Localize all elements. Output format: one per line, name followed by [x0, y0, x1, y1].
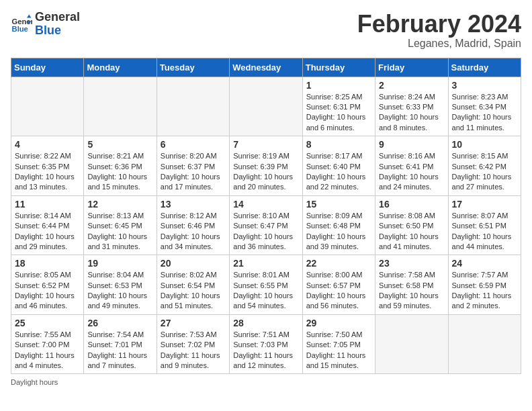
- day-info: Sunrise: 8:02 AM Sunset: 6:54 PM Dayligh…: [161, 270, 226, 312]
- week-row-2: 4Sunrise: 8:22 AM Sunset: 6:35 PM Daylig…: [11, 136, 521, 196]
- day-info: Sunrise: 8:04 AM Sunset: 6:53 PM Dayligh…: [87, 270, 152, 312]
- day-info: Sunrise: 7:58 AM Sunset: 6:58 PM Dayligh…: [379, 270, 444, 312]
- day-number: 10: [452, 139, 517, 150]
- day-number: 21: [233, 258, 298, 269]
- day-info: Sunrise: 7:53 AM Sunset: 7:02 PM Dayligh…: [161, 330, 226, 371]
- calendar-cell: 2Sunrise: 8:24 AM Sunset: 6:33 PM Daylig…: [375, 77, 448, 136]
- weekday-header-tuesday: Tuesday: [157, 58, 229, 77]
- logo-blue-text: Blue: [35, 24, 80, 38]
- calendar-cell: [157, 77, 229, 136]
- calendar-cell: 7Sunrise: 8:19 AM Sunset: 6:39 PM Daylig…: [230, 136, 302, 196]
- day-number: 23: [379, 258, 444, 269]
- calendar-cell: 6Sunrise: 8:20 AM Sunset: 6:37 PM Daylig…: [157, 136, 229, 196]
- weekday-header-monday: Monday: [84, 58, 157, 77]
- day-number: 11: [15, 199, 80, 210]
- calendar-cell: 5Sunrise: 8:21 AM Sunset: 6:36 PM Daylig…: [84, 136, 157, 196]
- day-info: Sunrise: 7:57 AM Sunset: 6:59 PM Dayligh…: [452, 270, 517, 312]
- calendar-cell: 3Sunrise: 8:23 AM Sunset: 6:34 PM Daylig…: [448, 77, 521, 136]
- calendar-cell: 24Sunrise: 7:57 AM Sunset: 6:59 PM Dayli…: [448, 255, 521, 315]
- weekday-header-thursday: Thursday: [302, 58, 375, 77]
- calendar-cell: 1Sunrise: 8:25 AM Sunset: 6:31 PM Daylig…: [302, 77, 375, 136]
- week-row-1: 1Sunrise: 8:25 AM Sunset: 6:31 PM Daylig…: [11, 77, 521, 136]
- calendar-cell: 13Sunrise: 8:12 AM Sunset: 6:46 PM Dayli…: [157, 195, 229, 255]
- calendar-cell: 16Sunrise: 8:08 AM Sunset: 6:50 PM Dayli…: [375, 195, 448, 255]
- calendar-cell: 14Sunrise: 8:10 AM Sunset: 6:47 PM Dayli…: [230, 195, 302, 255]
- calendar-cell: [230, 77, 302, 136]
- day-info: Sunrise: 8:15 AM Sunset: 6:42 PM Dayligh…: [452, 151, 517, 193]
- day-info: Sunrise: 8:14 AM Sunset: 6:44 PM Dayligh…: [15, 211, 80, 253]
- logo-icon: General Blue: [11, 13, 32, 35]
- day-info: Sunrise: 8:19 AM Sunset: 6:39 PM Dayligh…: [233, 151, 298, 193]
- day-info: Sunrise: 8:22 AM Sunset: 6:35 PM Dayligh…: [15, 151, 80, 193]
- day-number: 2: [379, 80, 444, 91]
- day-number: 1: [306, 80, 371, 91]
- calendar-cell: 25Sunrise: 7:55 AM Sunset: 7:00 PM Dayli…: [11, 314, 84, 374]
- calendar-cell: 23Sunrise: 7:58 AM Sunset: 6:58 PM Dayli…: [375, 255, 448, 315]
- day-info: Sunrise: 8:12 AM Sunset: 6:46 PM Dayligh…: [161, 211, 226, 253]
- day-number: 8: [306, 139, 371, 150]
- day-number: 9: [379, 139, 444, 150]
- day-info: Sunrise: 8:21 AM Sunset: 6:36 PM Dayligh…: [87, 151, 152, 193]
- calendar-cell: [84, 77, 157, 136]
- day-number: 6: [161, 139, 226, 150]
- day-number: 24: [452, 258, 517, 269]
- day-number: 22: [306, 258, 371, 269]
- calendar-cell: 4Sunrise: 8:22 AM Sunset: 6:35 PM Daylig…: [11, 136, 84, 196]
- weekday-header-wednesday: Wednesday: [230, 58, 302, 77]
- day-info: Sunrise: 8:10 AM Sunset: 6:47 PM Dayligh…: [233, 211, 298, 253]
- day-number: 19: [87, 258, 152, 269]
- day-info: Sunrise: 8:25 AM Sunset: 6:31 PM Dayligh…: [306, 92, 371, 134]
- weekday-header-sunday: Sunday: [11, 58, 84, 77]
- week-row-5: 25Sunrise: 7:55 AM Sunset: 7:00 PM Dayli…: [11, 314, 521, 374]
- calendar-cell: 18Sunrise: 8:05 AM Sunset: 6:52 PM Dayli…: [11, 255, 84, 315]
- day-info: Sunrise: 8:01 AM Sunset: 6:55 PM Dayligh…: [233, 270, 298, 312]
- calendar-cell: 8Sunrise: 8:17 AM Sunset: 6:40 PM Daylig…: [302, 136, 375, 196]
- day-number: 12: [87, 199, 152, 210]
- calendar-cell: [448, 314, 521, 374]
- calendar-cell: 12Sunrise: 8:13 AM Sunset: 6:45 PM Dayli…: [84, 195, 157, 255]
- day-info: Sunrise: 7:54 AM Sunset: 7:01 PM Dayligh…: [87, 330, 152, 371]
- calendar-cell: 11Sunrise: 8:14 AM Sunset: 6:44 PM Dayli…: [11, 195, 84, 255]
- calendar-cell: 20Sunrise: 8:02 AM Sunset: 6:54 PM Dayli…: [157, 255, 229, 315]
- day-info: Sunrise: 8:07 AM Sunset: 6:51 PM Dayligh…: [452, 211, 517, 253]
- page-header: General Blue General Blue February 2024 …: [11, 11, 521, 50]
- logo-general-text: General: [35, 11, 80, 24]
- calendar-cell: 9Sunrise: 8:16 AM Sunset: 6:41 PM Daylig…: [375, 136, 448, 196]
- day-number: 14: [233, 199, 298, 210]
- calendar-cell: 28Sunrise: 7:51 AM Sunset: 7:03 PM Dayli…: [230, 314, 302, 374]
- calendar-cell: 21Sunrise: 8:01 AM Sunset: 6:55 PM Dayli…: [230, 255, 302, 315]
- calendar-cell: 22Sunrise: 8:00 AM Sunset: 6:57 PM Dayli…: [302, 255, 375, 315]
- day-number: 3: [452, 80, 517, 91]
- day-info: Sunrise: 7:50 AM Sunset: 7:05 PM Dayligh…: [306, 330, 371, 371]
- day-number: 25: [15, 318, 80, 328]
- svg-text:Blue: Blue: [12, 25, 28, 33]
- day-number: 16: [379, 199, 444, 210]
- day-number: 4: [15, 139, 80, 150]
- calendar-cell: 10Sunrise: 8:15 AM Sunset: 6:42 PM Dayli…: [448, 136, 521, 196]
- day-info: Sunrise: 8:24 AM Sunset: 6:33 PM Dayligh…: [379, 92, 444, 134]
- footer: Daylight hours: [11, 378, 521, 386]
- calendar-cell: 26Sunrise: 7:54 AM Sunset: 7:01 PM Dayli…: [84, 314, 157, 374]
- day-info: Sunrise: 8:00 AM Sunset: 6:57 PM Dayligh…: [306, 270, 371, 312]
- calendar-cell: [11, 77, 84, 136]
- day-info: Sunrise: 8:05 AM Sunset: 6:52 PM Dayligh…: [15, 270, 80, 312]
- logo: General Blue General Blue: [11, 11, 80, 38]
- calendar-cell: 19Sunrise: 8:04 AM Sunset: 6:53 PM Dayli…: [84, 255, 157, 315]
- day-info: Sunrise: 8:13 AM Sunset: 6:45 PM Dayligh…: [87, 211, 152, 253]
- day-info: Sunrise: 7:55 AM Sunset: 7:00 PM Dayligh…: [15, 330, 80, 371]
- calendar-table: SundayMondayTuesdayWednesdayThursdayFrid…: [11, 58, 521, 375]
- day-number: 5: [87, 139, 152, 150]
- calendar-cell: 27Sunrise: 7:53 AM Sunset: 7:02 PM Dayli…: [157, 314, 229, 374]
- day-info: Sunrise: 8:16 AM Sunset: 6:41 PM Dayligh…: [379, 151, 444, 193]
- day-info: Sunrise: 8:23 AM Sunset: 6:34 PM Dayligh…: [452, 92, 517, 134]
- week-row-3: 11Sunrise: 8:14 AM Sunset: 6:44 PM Dayli…: [11, 195, 521, 255]
- day-info: Sunrise: 7:51 AM Sunset: 7:03 PM Dayligh…: [233, 330, 298, 371]
- day-number: 28: [233, 318, 298, 328]
- day-number: 15: [306, 199, 371, 210]
- day-number: 26: [87, 318, 152, 328]
- day-number: 18: [15, 258, 80, 269]
- day-info: Sunrise: 8:20 AM Sunset: 6:37 PM Dayligh…: [161, 151, 226, 193]
- week-row-4: 18Sunrise: 8:05 AM Sunset: 6:52 PM Dayli…: [11, 255, 521, 315]
- day-info: Sunrise: 8:17 AM Sunset: 6:40 PM Dayligh…: [306, 151, 371, 193]
- weekday-header-friday: Friday: [375, 58, 448, 77]
